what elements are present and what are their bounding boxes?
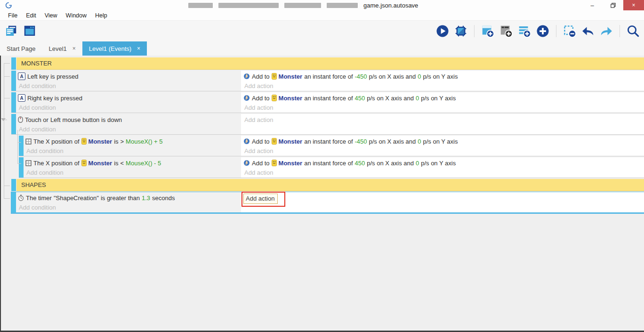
- add-condition-button[interactable]: Add condition: [25, 168, 241, 177]
- event-row[interactable]: Touch or Left mouse button is downAdd co…: [11, 114, 644, 135]
- event-text-segment: Left: [50, 116, 61, 123]
- conditions-cell[interactable]: The X position of Monster is > MouseX() …: [24, 136, 241, 156]
- event-text-segment: p/s on Y axis: [421, 95, 456, 102]
- force-icon: [243, 73, 250, 80]
- conditions-cell[interactable]: The timer "ShapeCreation" is greater tha…: [16, 192, 241, 212]
- event-row[interactable]: The timer "ShapeCreation" is greater tha…: [11, 192, 644, 213]
- add-comment-icon[interactable]: [517, 24, 531, 38]
- actions-cell[interactable]: Add to Monster an instant force of -450 …: [241, 136, 644, 156]
- menu-file[interactable]: File: [4, 10, 22, 21]
- actions-cell[interactable]: Add action: [241, 114, 644, 134]
- gdevelop-logo-icon: [5, 1, 12, 9]
- conditions-cell[interactable]: ARight key is pressedAdd condition: [16, 92, 241, 113]
- tab-start-page[interactable]: Start Page: [0, 41, 42, 56]
- section-title: MONSTER: [16, 57, 644, 70]
- event-row[interactable]: ALeft key is pressedAdd condition Add to…: [11, 71, 644, 91]
- event-text-segment: 1.3: [142, 194, 150, 202]
- add-action-button[interactable]: Add action: [243, 146, 644, 155]
- debug-icon[interactable]: [454, 24, 468, 38]
- conditions-cell[interactable]: ALeft key is pressedAdd condition: [16, 71, 241, 91]
- conditions-cell[interactable]: Touch or Left mouse button is downAdd co…: [16, 114, 241, 134]
- close-tab-icon[interactable]: ×: [72, 45, 76, 52]
- add-subevent-icon[interactable]: [499, 24, 513, 38]
- condition[interactable]: The X position of Monster is > MouseX() …: [25, 137, 241, 146]
- event-text-segment: an instant force of: [304, 73, 353, 80]
- add-condition-button[interactable]: Add condition: [18, 202, 241, 212]
- event-row[interactable]: The X position of Monster is > MouseX() …: [19, 136, 644, 156]
- tab-level1[interactable]: Level1 ×: [42, 41, 82, 56]
- add-event-icon[interactable]: [481, 24, 495, 38]
- actions-cell[interactable]: Add to Monster an instant force of -450 …: [241, 71, 644, 91]
- add-condition-button[interactable]: Add condition: [25, 146, 241, 155]
- event-text-segment: Monster: [89, 138, 113, 145]
- menu-edit[interactable]: Edit: [22, 10, 40, 21]
- toolbar-separator: [556, 25, 556, 37]
- event-text-segment: <: [121, 160, 124, 167]
- add-circle-icon[interactable]: [536, 24, 550, 38]
- add-action-button[interactable]: Add action: [243, 81, 644, 90]
- add-action-button[interactable]: Add action: [243, 168, 644, 177]
- action[interactable]: Add to Monster an instant force of -450 …: [243, 137, 644, 146]
- condition[interactable]: Touch or Left mouse button is down: [18, 115, 241, 124]
- section-header[interactable]: MONSTER: [11, 57, 644, 70]
- event-text-segment: an instant force of: [304, 138, 353, 145]
- scene-editor-icon[interactable]: [23, 24, 37, 38]
- event-text-segment: 0: [416, 95, 419, 102]
- action[interactable]: Add to Monster an instant force of -450 …: [243, 72, 644, 81]
- menu-help[interactable]: Help: [91, 10, 112, 21]
- actions-cell[interactable]: Add to Monster an instant force of 450 p…: [241, 157, 644, 178]
- redo-icon[interactable]: [599, 24, 613, 38]
- tab-level1-events[interactable]: Level1 (Events) ×: [82, 41, 147, 56]
- event-text-segment: Monster: [279, 138, 303, 145]
- monster-object-icon: [272, 160, 277, 166]
- deselect-icon[interactable]: [563, 24, 577, 38]
- add-condition-button[interactable]: Add condition: [18, 103, 241, 112]
- event-row[interactable]: The X position of Monster is < MouseX() …: [19, 157, 644, 178]
- menu-window[interactable]: Window: [62, 10, 91, 21]
- event-row[interactable]: ARight key is pressedAdd condition Add t…: [11, 92, 644, 113]
- restore-button[interactable]: [603, 0, 623, 10]
- event-text-segment: p/s on Y axis: [423, 73, 458, 80]
- section-header[interactable]: SHAPES: [11, 179, 644, 191]
- add-condition-button[interactable]: Add condition: [18, 81, 241, 90]
- force-icon: [243, 95, 250, 101]
- minimize-button[interactable]: –: [582, 0, 603, 10]
- event-text-segment: p/s on Y axis: [423, 138, 458, 145]
- window-title-text: game.json.autosave: [363, 2, 418, 9]
- close-button[interactable]: ×: [623, 0, 644, 10]
- condition[interactable]: ARight key is pressed: [18, 93, 241, 103]
- mouse-icon: [18, 116, 23, 123]
- event-bar: [11, 71, 16, 91]
- event-text-segment: The X position of: [33, 160, 80, 167]
- event-text-segment: Monster: [279, 73, 303, 80]
- search-icon[interactable]: [626, 24, 640, 38]
- action[interactable]: Add to Monster an instant force of 450 p…: [243, 93, 644, 103]
- play-icon[interactable]: [435, 24, 450, 38]
- condition[interactable]: The timer "ShapeCreation" is greater tha…: [18, 193, 241, 202]
- event-bar: [11, 114, 16, 134]
- add-condition-button[interactable]: Add condition: [18, 124, 241, 134]
- position-icon: [25, 160, 32, 166]
- event-text-segment: seconds: [152, 194, 175, 202]
- actions-cell[interactable]: Add action: [241, 192, 644, 212]
- event-text-segment: is: [114, 160, 118, 167]
- event-text-segment: an instant force of: [304, 160, 353, 167]
- conditions-cell[interactable]: The X position of Monster is < MouseX() …: [24, 157, 241, 178]
- monster-object-icon: [272, 95, 277, 101]
- condition[interactable]: ALeft key is pressed: [18, 72, 241, 81]
- condition[interactable]: The X position of Monster is < MouseX() …: [25, 158, 241, 168]
- event-text-segment: 0: [418, 138, 421, 145]
- action[interactable]: Add to Monster an instant force of 450 p…: [243, 158, 644, 168]
- event-text-segment: MouseX() - 5: [126, 160, 161, 167]
- monster-object-icon: [272, 73, 277, 80]
- add-action-button[interactable]: Add action: [243, 115, 644, 124]
- add-action-button[interactable]: Add action: [243, 194, 278, 204]
- event-group-bar: [11, 57, 16, 70]
- restore-icon: [611, 3, 616, 8]
- add-action-button[interactable]: Add action: [243, 103, 644, 112]
- project-manager-icon[interactable]: [4, 24, 18, 38]
- close-tab-icon[interactable]: ×: [137, 45, 140, 52]
- actions-cell[interactable]: Add to Monster an instant force of 450 p…: [241, 92, 644, 113]
- undo-icon[interactable]: [581, 24, 595, 38]
- menu-view[interactable]: View: [40, 10, 62, 21]
